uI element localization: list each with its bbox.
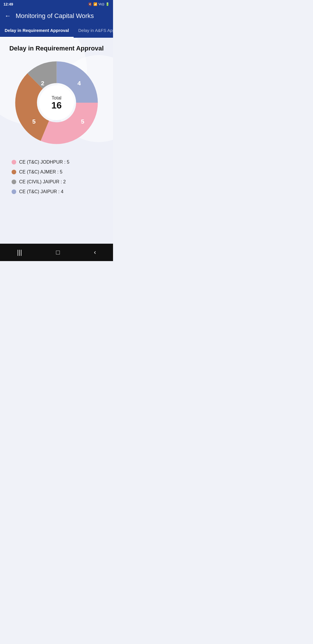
donut-total-value: 16: [51, 101, 62, 110]
tab-bar: Delay in Requirement Approval Delay in A…: [0, 24, 113, 38]
legend-label-jodhpur: CE (T&C) JODHPUR : 5: [19, 160, 69, 165]
bottom-navigation: ||| □ ‹: [0, 244, 113, 261]
legend-label-civil: CE (CIVIL) JAIPUR : 2: [19, 179, 66, 184]
nav-home-button[interactable]: □: [50, 246, 65, 259]
legend-dot-jaipur: [12, 189, 16, 194]
battery-icon: 🔋: [105, 2, 110, 6]
label-jaipur: 4: [77, 80, 81, 86]
donut-center: Total 16: [39, 85, 74, 120]
label-jodhpur: 5: [81, 118, 84, 125]
legend-label-ajmer: CE (T&C) AJMER : 5: [19, 169, 62, 175]
back-button[interactable]: ←: [5, 12, 11, 20]
label-civil: 2: [41, 80, 44, 86]
legend-dot-civil: [12, 180, 16, 184]
main-content: Delay in Requirement Approval 4 5 5 2: [0, 38, 113, 244]
label-ajmer: 5: [32, 118, 36, 125]
chart-legend: CE (T&C) JODHPUR : 5 CE (T&C) AJMER : 5 …: [6, 155, 107, 204]
legend-item-civil: CE (CIVIL) JAIPUR : 2: [12, 179, 101, 184]
signal-icon: Vo)): [99, 2, 104, 6]
legend-dot-jodhpur: [12, 160, 16, 164]
section-title: Delay in Requirement Approval: [9, 45, 104, 52]
header-title: Monitoring of Capital Works: [16, 12, 94, 20]
mute-icon: 🔇: [88, 2, 92, 6]
status-icons: 🔇 📶 Vo)) 🔋: [88, 2, 110, 6]
legend-item-jaipur: CE (T&C) JAIPUR : 4: [12, 189, 101, 194]
legend-label-jaipur: CE (T&C) JAIPUR : 4: [19, 189, 63, 194]
nav-back-button[interactable]: ‹: [88, 246, 102, 259]
header: ← Monitoring of Capital Works: [0, 8, 113, 24]
tab-delay-requirement[interactable]: Delay in Requirement Approval: [0, 24, 74, 38]
legend-item-ajmer: CE (T&C) AJMER : 5: [12, 169, 101, 175]
tab-delay-afs[interactable]: Delay in A&FS Approval: [74, 24, 113, 38]
donut-chart: 4 5 5 2 Total 16: [13, 59, 100, 146]
status-time: 12:49: [3, 2, 13, 6]
wifi-icon: 📶: [93, 2, 97, 6]
legend-dot-ajmer: [12, 170, 16, 174]
status-bar: 12:49 🔇 📶 Vo)) 🔋: [0, 0, 113, 8]
legend-item-jodhpur: CE (T&C) JODHPUR : 5: [12, 160, 101, 165]
nav-menu-button[interactable]: |||: [11, 246, 28, 259]
